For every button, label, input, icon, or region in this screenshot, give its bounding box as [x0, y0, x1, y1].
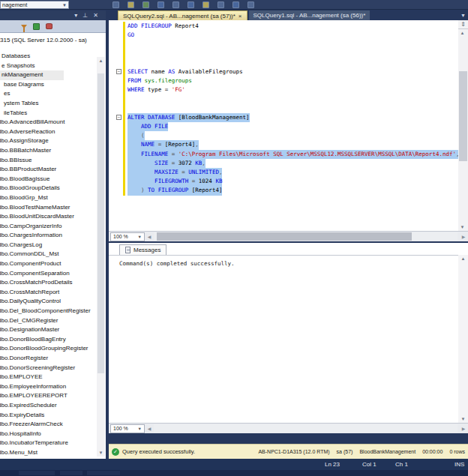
- tree-item[interactable]: nkManagement: [0, 70, 64, 80]
- collapse-icon[interactable]: −: [116, 69, 122, 74]
- toolbar-icon-fragment[interactable]: [128, 1, 134, 8]
- code-line[interactable]: ) TO FILEGROUP [Report4]: [116, 186, 458, 195]
- tree-item[interactable]: ileTables: [0, 109, 106, 118]
- code-line[interactable]: [116, 40, 458, 49]
- code-line[interactable]: [116, 95, 458, 104]
- code-line[interactable]: −ALTER DATABASE [BloodBankManagement]: [116, 113, 458, 122]
- code-line[interactable]: WHERE type = 'FG': [116, 85, 458, 94]
- pin-icon[interactable]: ⊥: [82, 12, 88, 19]
- tree-item[interactable]: dbo.EmployeeInformation: [0, 382, 106, 392]
- tree-item[interactable]: dbo.ChargesLog: [0, 241, 106, 250]
- tree-item-server[interactable]: 315 (SQL Server 12.0.2000 - sa): [0, 35, 106, 45]
- code-line[interactable]: [116, 104, 458, 113]
- tab-list-chevron-icon[interactable]: ▼: [460, 13, 466, 18]
- code-line[interactable]: NAME = [Report4],: [116, 140, 458, 149]
- tree-item[interactable]: dbo.ComponentSeparation: [0, 269, 106, 279]
- toolbar-icon-fragment[interactable]: [218, 1, 224, 8]
- tree-item[interactable]: dbo.ChargesInformation: [0, 231, 106, 241]
- tree-item[interactable]: dbo.Del_CMGRegister: [0, 316, 106, 326]
- toolbar-icon-fragment[interactable]: [142, 1, 149, 8]
- code-line[interactable]: [116, 49, 458, 58]
- tree-item[interactable]: ystem Tables: [0, 99, 106, 109]
- refresh-icon[interactable]: [33, 23, 40, 30]
- tree-item[interactable]: Databases: [0, 52, 106, 61]
- tree-scrollbar[interactable]: ▲ ▼: [97, 57, 105, 457]
- toolbar-icon-fragment[interactable]: [202, 1, 209, 8]
- scroll-left-icon[interactable]: ◀: [145, 426, 154, 431]
- tree-item[interactable]: dbo.BloodGroupDetails: [0, 184, 106, 193]
- tab-sqlquery1[interactable]: SQLQuery1.sql - AB...nagement (sa (56))*: [249, 10, 370, 20]
- scroll-down-icon[interactable]: ▼: [97, 449, 105, 457]
- code-line[interactable]: ADD FILE: [116, 122, 458, 131]
- collapse-icon[interactable]: −: [116, 115, 122, 120]
- tree-item[interactable]: dbo.Menu_Mst: [0, 448, 106, 458]
- code-line[interactable]: MAXSIZE = UNLIMITED,: [116, 168, 458, 177]
- tree-item[interactable]: dbo.BBProductMaster: [0, 165, 106, 175]
- tree-item[interactable]: base Diagrams: [0, 80, 106, 90]
- toolbar-icon-fragment[interactable]: [232, 1, 239, 8]
- scroll-down-icon[interactable]: ▼: [458, 415, 468, 423]
- tree-item[interactable]: dbo.ExpiredScheduler: [0, 401, 106, 411]
- scrollbar-track[interactable]: [154, 424, 458, 433]
- tree-item[interactable]: dbo.BloodUnitDiscardMaster: [0, 212, 106, 222]
- tree-item[interactable]: dbo.BloodTestNameMaster: [0, 203, 106, 213]
- scrollbar-thumb[interactable]: [157, 232, 412, 241]
- scroll-up-icon[interactable]: ▲: [458, 29, 466, 37]
- scrollbar-thumb[interactable]: [459, 71, 467, 161]
- tree-item[interactable]: dbo.CommonDDL_Mst: [0, 250, 106, 259]
- scrollbar-thumb[interactable]: [98, 73, 104, 373]
- tree-item[interactable]: dbo.DonorRegister: [0, 354, 106, 364]
- editor-vertical-scrollbar[interactable]: ⇕ ▲ ▼: [458, 20, 468, 231]
- messages-zoom-control[interactable]: 100 % ▼: [110, 424, 145, 433]
- tree-item[interactable]: dbo.ExpiryDetails: [0, 411, 106, 421]
- toolbar-icon-fragment[interactable]: [248, 1, 254, 8]
- scroll-down-icon[interactable]: ▼: [458, 223, 466, 231]
- tree-item[interactable]: dbo.BBIssue: [0, 156, 106, 166]
- scroll-up-icon[interactable]: ▲: [97, 57, 105, 64]
- tab-sqlquery2[interactable]: SQLQuery2.sql - AB...nagement (sa (57))*…: [118, 10, 248, 20]
- messages-scrollbar[interactable]: ▲ ▼: [458, 255, 468, 423]
- code-line[interactable]: −SELECT name AS AvailableFilegroups: [116, 67, 458, 76]
- tree-item[interactable]: dbo.AssignStorage: [0, 136, 106, 146]
- tree-item[interactable]: dbo.DonorScreeningRegister: [0, 364, 106, 373]
- editor-zoom-control[interactable]: 100 % ▼: [110, 232, 145, 241]
- code-line[interactable]: SIZE = 3072 KB,: [116, 159, 458, 168]
- tab-messages[interactable]: Messages: [119, 244, 166, 255]
- tree-item[interactable]: dbo.BloodGrp_Mst: [0, 193, 106, 203]
- code-line[interactable]: (: [116, 131, 458, 140]
- disconnect-icon[interactable]: [46, 23, 52, 29]
- scroll-left-icon[interactable]: ◀: [145, 234, 154, 239]
- tree-item[interactable]: dbo.AdverseReaction: [0, 127, 106, 137]
- tree-item[interactable]: dbo.EMPLOYEE: [0, 373, 106, 382]
- splitter-grip-icon[interactable]: ⇕: [458, 20, 468, 29]
- toolbar-icon-fragment[interactable]: [112, 1, 119, 8]
- tree-item[interactable]: dbo.BloodBagIssue: [0, 175, 106, 184]
- database-combobox[interactable]: nagement ▼: [0, 1, 69, 9]
- code-line[interactable]: GO: [116, 31, 458, 40]
- scroll-up-icon[interactable]: ▲: [458, 255, 468, 262]
- editor-horizontal-scrollbar[interactable]: 100 % ▼ ◀ ▶: [109, 231, 468, 241]
- filter-icon[interactable]: [21, 25, 27, 28]
- tree-item[interactable]: dbo.BBBatchMaster: [0, 146, 106, 156]
- code-line[interactable]: FILENAME = 'C:\Program Files\Microsoft S…: [116, 150, 458, 159]
- tree-item[interactable]: es: [0, 89, 106, 99]
- scroll-right-icon[interactable]: ▶: [459, 234, 468, 239]
- tree-item[interactable]: dbo.DesignationMaster: [0, 325, 106, 335]
- tree-item[interactable]: dbo.DonorBloodBagEntry: [0, 335, 106, 345]
- code-line[interactable]: FROM sys.filegroups: [116, 76, 458, 85]
- tree-item[interactable]: dbo.DonorBloodGroupingRegister: [0, 344, 106, 354]
- code-line[interactable]: ADD FILEGROUP Report4: [116, 22, 458, 31]
- messages-horizontal-scrollbar[interactable]: 100 % ▼ ◀ ▶: [109, 423, 468, 433]
- scrollbar-track[interactable]: [154, 232, 458, 241]
- close-icon[interactable]: ×: [238, 13, 242, 19]
- code-line[interactable]: FILEGROWTH = 1024 KB: [116, 177, 458, 186]
- pane-menu-icon[interactable]: ▾: [74, 12, 77, 19]
- toolbar-icon-fragment[interactable]: [172, 1, 179, 8]
- toolbar-icon-fragment[interactable]: [158, 1, 164, 8]
- tree-item[interactable]: dbo.FreezerAlarmCheck: [0, 420, 106, 430]
- code-editor[interactable]: ADD FILEGROUP Report4GO−SELECT name AS A…: [109, 20, 458, 231]
- tree-item[interactable]: dbo.EMPLOYEEREPORT: [0, 391, 106, 401]
- tree-item[interactable]: dbo.IncubatorTemperature: [0, 439, 106, 448]
- close-icon[interactable]: ✕: [93, 12, 98, 19]
- tree-item[interactable]: dbo.HospitalInfo: [0, 430, 106, 439]
